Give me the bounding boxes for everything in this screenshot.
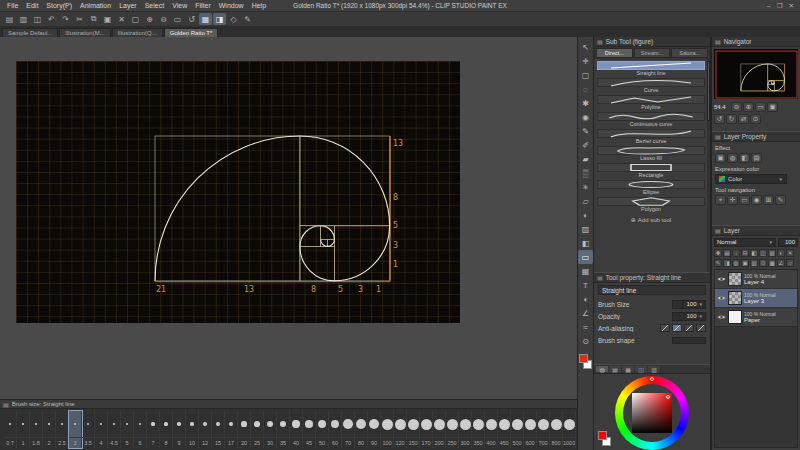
brush-size-preset[interactable]: 400 [485, 411, 498, 448]
blend-tool[interactable]: ◐ [578, 208, 593, 222]
brush-size-preset[interactable]: 70 [342, 411, 355, 448]
delete-icon[interactable]: ✕ [115, 13, 128, 25]
paste-icon[interactable]: ▣ [101, 13, 114, 25]
brush-size-preset[interactable]: 350 [472, 411, 485, 448]
pencil-tool[interactable]: ✐ [578, 138, 593, 152]
menu-item-select[interactable]: Select [141, 2, 168, 9]
brush-size-preset[interactable]: 35 [277, 411, 290, 448]
zoom-tool[interactable]: ⊙ [578, 334, 593, 348]
airbrush-tool[interactable]: ▒ [578, 166, 593, 180]
brush-size-preset[interactable]: 450 [498, 411, 511, 448]
decoration-tool[interactable]: ✳ [578, 180, 593, 194]
cut-icon[interactable]: ✂ [73, 13, 86, 25]
brush-size-preset[interactable]: 6 [134, 411, 147, 448]
property-value-field[interactable]: 100▼ [672, 300, 706, 309]
fit-screen-icon[interactable]: ▭ [171, 13, 184, 25]
panel-menu-icon[interactable]: ▤ [715, 227, 721, 234]
new-layer-icon[interactable]: ✚ [714, 249, 722, 257]
antialias-weak-button[interactable] [672, 324, 682, 332]
brush-size-preset[interactable]: 40 [290, 411, 303, 448]
panel-menu-icon[interactable]: ▤ [715, 38, 721, 45]
palette-color-icon[interactable]: ▥ [750, 259, 758, 267]
document-tab[interactable]: Illustration(Q... [112, 28, 163, 37]
brush-size-preset[interactable]: 300 [459, 411, 472, 448]
new-file-icon[interactable]: ▤ [3, 13, 16, 25]
fit-to-screen-icon[interactable]: ▭ [755, 102, 766, 112]
set-as-draft-icon[interactable]: ✎ [714, 259, 722, 267]
brush-size-preset[interactable]: 25 [251, 411, 264, 448]
tool-nav-move-icon[interactable]: ✛ [727, 195, 738, 205]
line-correct-tool[interactable]: ≈ [578, 320, 593, 334]
canvas-area[interactable]: 13853121138531 [0, 37, 577, 399]
brush-size-preset[interactable]: 500 [511, 411, 524, 448]
redo-icon[interactable]: ↷ [59, 13, 72, 25]
layer-opacity-field[interactable]: 100 [778, 238, 798, 247]
antialias-middle-button[interactable] [684, 324, 694, 332]
color-slider-tab[interactable]: ▤ [609, 366, 621, 372]
tone-icon[interactable]: ◍ [732, 259, 740, 267]
visibility-eye-icon[interactable] [717, 276, 726, 282]
brush-size-preset[interactable]: 3 [69, 411, 82, 448]
brush-size-preset[interactable]: 5 [121, 411, 134, 448]
panel-menu-icon[interactable]: ▤ [3, 401, 9, 408]
menu-item-help[interactable]: Help [248, 2, 270, 9]
tool-nav-grid-icon[interactable]: ⊞ [763, 195, 774, 205]
brush-size-preset[interactable]: 170 [420, 411, 433, 448]
brush-size-preset[interactable]: 50 [316, 411, 329, 448]
zoom-out-icon[interactable]: ⊖ [157, 13, 170, 25]
subtool-item-rect[interactable]: Rectangle [597, 163, 705, 179]
text-tool[interactable]: T [578, 278, 593, 292]
subtool-item-line[interactable]: Straight line [597, 61, 705, 77]
extract-line-icon[interactable]: ▤ [751, 153, 762, 163]
brush-size-preset[interactable]: 1.8 [30, 411, 43, 448]
antialias-strong-button[interactable] [696, 324, 706, 332]
snap-toggle-icon[interactable]: ◇ [227, 13, 240, 25]
subtool-item-ellipse[interactable]: Ellipse [597, 180, 705, 196]
quick-mask-icon[interactable]: ▦ [768, 259, 776, 267]
brush-size-preset[interactable]: 45 [303, 411, 316, 448]
menu-item-view[interactable]: View [168, 2, 191, 9]
hue-indicator[interactable] [650, 377, 654, 381]
brush-tool[interactable]: ▰ [578, 152, 593, 166]
copy-icon[interactable]: ⧉ [87, 13, 100, 25]
rotate-right-icon[interactable]: ↻ [726, 114, 737, 124]
brush-size-preset[interactable]: 2.5 [56, 411, 69, 448]
subtool-item-polyline[interactable]: Polyline [597, 95, 705, 111]
menu-item-edit[interactable]: Edit [22, 2, 42, 9]
close-icon[interactable]: ✕ [789, 2, 794, 10]
brush-size-preset[interactable]: 15 [212, 411, 225, 448]
visibility-eye-icon[interactable] [717, 314, 726, 320]
eraser-tool[interactable]: ▱ [578, 194, 593, 208]
brush-size-preset[interactable]: 2 [43, 411, 56, 448]
pen-tool[interactable]: ✎ [578, 124, 593, 138]
move-tool[interactable]: ✛ [578, 54, 593, 68]
fill-tool[interactable]: ▨ [578, 222, 593, 236]
operation-tool[interactable]: ↖ [578, 40, 593, 54]
auto-select-tool[interactable]: ✱ [578, 96, 593, 110]
brush-size-preset[interactable]: 4.5 [108, 411, 121, 448]
navigator-thumbnail[interactable] [714, 49, 798, 99]
brush-size-preset[interactable]: 60 [329, 411, 342, 448]
brush-size-preset[interactable]: 30 [264, 411, 277, 448]
lasso-select-tool[interactable]: ◌ [578, 82, 593, 96]
border-effect-icon[interactable]: ▣ [715, 153, 726, 163]
clip-at-layer-icon[interactable]: ◧ [750, 249, 758, 257]
brush-size-preset[interactable]: 1000 [563, 411, 576, 448]
brush-size-preset[interactable]: 20 [238, 411, 251, 448]
approx-color-tab[interactable]: ◫ [635, 366, 647, 372]
color-history-tab[interactable]: ▥ [648, 366, 660, 372]
brush-size-preset[interactable]: 9 [173, 411, 186, 448]
actual-size-icon[interactable]: ▣ [767, 102, 778, 112]
brush-size-preset[interactable]: 0.7 [4, 411, 17, 448]
brush-size-preset[interactable]: 90 [368, 411, 381, 448]
document-tab[interactable]: Sample Defaul... [2, 28, 58, 37]
brush-shape-widget[interactable] [672, 337, 706, 344]
panel-menu-icon[interactable]: ▤ [597, 38, 603, 45]
panel-menu-icon[interactable]: ▤ [597, 274, 603, 281]
brush-size-preset[interactable]: 4 [95, 411, 108, 448]
document-tab[interactable]: Golden Ratio T* [164, 28, 219, 37]
brush-size-preset[interactable]: 8 [160, 411, 173, 448]
layer-row[interactable]: 100 % NormalLayer 4 [715, 270, 797, 289]
open-file-icon[interactable]: ▥ [17, 13, 30, 25]
layer-color-icon[interactable]: ◧ [739, 153, 750, 163]
